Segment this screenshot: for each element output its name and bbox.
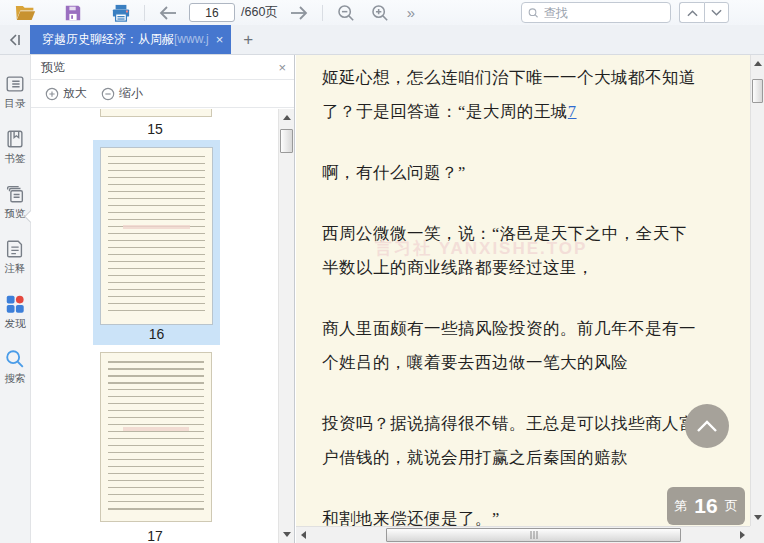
- thumbnail-text-lines: [108, 361, 204, 513]
- preview-panel-title: 预览: [41, 59, 278, 76]
- vertical-scrollbar[interactable]: [750, 55, 764, 526]
- thumbnail-label-17: 17: [31, 528, 278, 543]
- thumb-zoom-in-icon[interactable]: [45, 87, 59, 101]
- thumbnail-watermark: [123, 427, 189, 431]
- search-box: [521, 2, 671, 23]
- thumb-zoom-out-label[interactable]: 缩小: [119, 85, 143, 102]
- scrollbar-thumb[interactable]: [386, 528, 681, 542]
- paragraph: 商人里面颇有一些搞风险投资的。前几年不是有一个姓吕的，嚷着要去西边做一笔大的风险: [322, 312, 702, 380]
- zoom-in-icon[interactable]: [367, 2, 393, 24]
- thumb-zoom-in-label[interactable]: 放大: [63, 85, 87, 102]
- search-panel-icon: [4, 348, 26, 370]
- horizontal-scrollbar[interactable]: [296, 526, 750, 543]
- preview-panel-close-icon[interactable]: ×: [278, 60, 286, 75]
- scrollbar-corner: [750, 526, 764, 543]
- discover-icon: [4, 293, 26, 315]
- toolbar-divider: [144, 5, 145, 21]
- print-icon[interactable]: [108, 2, 134, 24]
- scrollbar-thumb[interactable]: [280, 129, 293, 153]
- scroll-left-arrow[interactable]: [301, 531, 306, 539]
- preview-panel: 预览 × 放大 缩小 15 16 17: [31, 55, 295, 543]
- open-file-icon[interactable]: [12, 2, 38, 24]
- sidebar-item-toc[interactable]: 目录: [0, 73, 31, 111]
- bookmark-icon: [4, 128, 26, 150]
- watermark: 言习社 YANXISHE.TOP: [375, 237, 587, 260]
- paragraph: 和割地来偿还便是了。”: [322, 502, 702, 526]
- paragraph: 投资吗？据说搞得很不错。王总是可以找些商人富户借钱的，就说会用打赢之后秦国的赔款: [322, 407, 702, 475]
- collapse-tabs-icon[interactable]: [0, 26, 30, 54]
- toolbar-divider: [322, 5, 323, 21]
- search-input[interactable]: [544, 6, 664, 20]
- search-icon: [528, 7, 539, 19]
- save-icon[interactable]: [60, 2, 86, 24]
- next-page-icon[interactable]: [286, 2, 312, 24]
- page-number-badge: 第 16 页: [667, 487, 745, 525]
- document-tab-title: 穿越历史聊经济：从周赧[www.j: [42, 31, 209, 48]
- tab-close-icon[interactable]: ×: [216, 32, 224, 47]
- new-tab-button[interactable]: +: [231, 30, 265, 54]
- sidebar-item-bookmarks[interactable]: 书签: [0, 128, 31, 166]
- pdf-reader-window: /660页 » 穿越历史聊经济：从周赧[ww: [0, 0, 764, 543]
- find-previous-button[interactable]: [679, 2, 704, 23]
- annotation-icon: [4, 238, 26, 260]
- thumbnail-watermark: [123, 225, 190, 229]
- sidebar-item-search[interactable]: 搜索: [0, 348, 31, 386]
- document-tab[interactable]: 穿越历史聊经济：从周赧[www.j ×: [30, 25, 231, 54]
- scroll-down-arrow[interactable]: [283, 532, 291, 537]
- sidebar-item-discover[interactable]: 发现: [0, 293, 31, 331]
- tab-bar: 穿越历史聊经济：从周赧[www.j × +: [0, 25, 764, 55]
- preview-panel-header: 预览 ×: [31, 55, 294, 80]
- left-sidebar: 目录 书签 预览 注释 发现 搜索: [0, 55, 31, 543]
- main-toolbar: /660页 »: [0, 0, 764, 25]
- zoom-out-icon[interactable]: [333, 2, 359, 24]
- toc-icon: [4, 73, 26, 95]
- footnote-link[interactable]: 7: [568, 102, 577, 121]
- scroll-down-arrow[interactable]: [754, 515, 762, 520]
- thumb-zoom-out-icon[interactable]: [101, 87, 115, 101]
- document-text: 姬延心想，怎么连咱们治下唯一一个大城都不知道了？于是回答道：“是大周的王城7 啊…: [322, 61, 702, 526]
- thumbnail-label-16: 16: [93, 326, 220, 342]
- thumbnail-page-16: [100, 147, 213, 325]
- scrollbar-grip: [530, 531, 537, 539]
- document-page: 姬延心想，怎么连咱们治下唯一一个大城都不知道了？于是回答道：“是大周的王城7 啊…: [296, 55, 750, 526]
- thumbnail-page-17[interactable]: [100, 352, 212, 522]
- thumbnail-list: 15 16 17: [31, 109, 278, 543]
- chevron-up-icon: [696, 419, 718, 433]
- thumbnail-scrollbar[interactable]: [278, 109, 294, 543]
- scroll-right-arrow[interactable]: [740, 531, 745, 539]
- scroll-to-top-button[interactable]: [685, 404, 729, 448]
- thumbnail-text-lines: [108, 156, 205, 316]
- page-number-input[interactable]: [189, 3, 235, 22]
- document-viewer: 姬延心想，怎么连咱们治下唯一一个大城都不知道了？于是回答道：“是大周的王城7 啊…: [296, 55, 764, 543]
- preview-icon: [4, 183, 26, 205]
- thumbnail-page-16-selected[interactable]: 16: [93, 140, 220, 345]
- thumbnail-page-15[interactable]: [100, 109, 212, 117]
- page-total-label: /660页: [241, 4, 278, 21]
- paragraph: 姬延心想，怎么连咱们治下唯一一个大城都不知道了？于是回答道：“是大周的王城7: [322, 61, 702, 129]
- previous-page-icon[interactable]: [155, 2, 181, 24]
- scroll-up-arrow[interactable]: [283, 115, 291, 120]
- sidebar-item-annotations[interactable]: 注释: [0, 238, 31, 276]
- preview-panel-toolbar: 放大 缩小: [31, 80, 294, 108]
- more-tools-chevron[interactable]: »: [403, 4, 419, 21]
- thumbnail-label-15: 15: [31, 121, 278, 137]
- find-next-button[interactable]: [704, 2, 729, 23]
- paragraph: 啊，有什么问题？”: [322, 156, 702, 190]
- scrollbar-thumb[interactable]: [752, 79, 763, 103]
- scroll-up-arrow[interactable]: [754, 61, 762, 66]
